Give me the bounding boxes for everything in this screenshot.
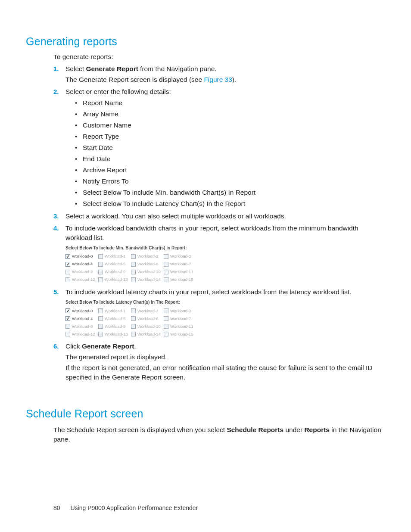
checkbox-icon[interactable] [98, 277, 103, 282]
workload-option[interactable]: Workload-1 [98, 307, 131, 314]
workload-label: Workload-14 [137, 331, 161, 337]
workload-label: Workload-15 [170, 277, 193, 282]
workload-option[interactable]: Workload-15 [164, 276, 196, 283]
workload-option[interactable]: Workload-2 [131, 252, 164, 260]
workload-option[interactable]: Workload-9 [98, 322, 131, 330]
workload-option[interactable]: Workload-11 [164, 268, 196, 276]
step-line: To include workload bandwidth charts in … [65, 224, 385, 243]
workload-option[interactable]: Workload-13 [98, 330, 131, 338]
workload-row: Workload-0Workload-1Workload-2Workload-3 [65, 252, 385, 260]
workload-option[interactable]: Workload-1 [98, 252, 131, 260]
workload-panel-lat: Select Below To Include Latency Chart(s)… [65, 299, 385, 338]
workload-option[interactable]: Workload-12 [65, 330, 98, 338]
workload-label: Workload-2 [137, 308, 158, 314]
checkbox-icon[interactable] [98, 262, 103, 267]
workload-option[interactable]: Workload-4 [65, 314, 98, 322]
workload-label: Workload-1 [105, 253, 125, 259]
workload-option[interactable]: Workload-5 [98, 260, 131, 268]
checkbox-icon[interactable] [98, 254, 103, 259]
checkbox-icon[interactable] [65, 254, 70, 259]
checkbox-icon[interactable] [164, 324, 168, 329]
checkbox-icon[interactable] [164, 254, 168, 259]
checkbox-icon[interactable] [98, 324, 103, 329]
checkbox-icon[interactable] [131, 308, 136, 313]
bullet-item: Archive Report [75, 165, 385, 175]
workload-option[interactable]: Workload-0 [65, 252, 98, 260]
checkbox-icon[interactable] [65, 324, 70, 329]
checkbox-icon[interactable] [131, 262, 136, 267]
checkbox-icon[interactable] [164, 277, 168, 282]
text: Select or enter the following details: [65, 88, 171, 95]
checkbox-icon[interactable] [164, 308, 168, 313]
footer-title: Using P9000 Application Performance Exte… [70, 504, 198, 511]
bullet-item: End Date [75, 154, 385, 164]
step-body: Select Generate Report from the Navigati… [65, 64, 385, 86]
workload-option[interactable]: Workload-5 [98, 314, 131, 322]
checkbox-icon[interactable] [131, 277, 136, 282]
workload-option[interactable]: Workload-14 [131, 276, 164, 283]
checkbox-icon[interactable] [164, 316, 168, 321]
workload-label: Workload-4 [72, 261, 93, 267]
checkbox-icon[interactable] [65, 308, 70, 313]
workload-option[interactable]: Workload-10 [131, 322, 164, 330]
workload-option[interactable]: Workload-13 [98, 276, 131, 283]
step-item: 2.Select or enter the following details:… [53, 87, 385, 210]
text: The Generate Report screen is displayed … [65, 76, 204, 83]
checkbox-icon[interactable] [131, 324, 136, 329]
checkbox-icon[interactable] [164, 332, 168, 336]
workload-row: Workload-0Workload-1Workload-2Workload-3 [65, 307, 385, 314]
workload-label: Workload-14 [137, 277, 161, 282]
text: Click [65, 342, 82, 350]
workload-option[interactable]: Workload-6 [131, 314, 164, 322]
workload-option[interactable]: Workload-12 [65, 276, 98, 283]
checkbox-icon[interactable] [65, 270, 70, 274]
checkbox-icon[interactable] [65, 332, 70, 336]
step-line: Select Generate Report from the Navigati… [65, 64, 385, 74]
checkbox-icon[interactable] [131, 270, 136, 274]
workload-option[interactable]: Workload-2 [131, 307, 164, 314]
workload-option[interactable]: Workload-0 [65, 307, 98, 314]
page-number: 80 [53, 504, 60, 511]
workload-label: Workload-11 [170, 324, 193, 329]
text: To include workload latency charts in yo… [65, 288, 351, 296]
workload-label: Workload-8 [72, 324, 93, 329]
workload-label: Workload-10 [137, 269, 161, 274]
checkbox-icon[interactable] [98, 332, 103, 336]
checkbox-icon[interactable] [98, 316, 103, 321]
figure-link[interactable]: Figure 33 [204, 76, 232, 83]
bullet-item: Select Below To Include Latency Chart(s)… [75, 199, 385, 208]
workload-option[interactable]: Workload-8 [65, 322, 98, 330]
workload-option[interactable]: Workload-7 [164, 260, 196, 268]
workload-option[interactable]: Workload-9 [98, 268, 131, 276]
workload-row: Workload-8Workload-9Workload-10Workload-… [65, 322, 385, 330]
workload-option[interactable]: Workload-15 [164, 330, 196, 338]
text: The Schedule Report screen is displayed … [53, 426, 227, 433]
checkbox-icon[interactable] [164, 262, 168, 267]
workload-option[interactable]: Workload-7 [164, 314, 196, 322]
checkbox-icon[interactable] [164, 270, 168, 274]
workload-label: Workload-4 [72, 316, 93, 321]
checkbox-icon[interactable] [65, 277, 70, 282]
workload-option[interactable]: Workload-3 [164, 252, 196, 260]
checkbox-icon[interactable] [98, 270, 103, 274]
step-item: 1.Select Generate Report from the Naviga… [53, 64, 385, 86]
text: ). [232, 76, 236, 83]
checkbox-icon[interactable] [98, 308, 103, 313]
step-body: To include workload latency charts in yo… [65, 287, 385, 340]
step-item: 6.Click Generate Report.The generated re… [53, 342, 385, 383]
bullet-item: Report Name [75, 98, 385, 108]
checkbox-icon[interactable] [131, 332, 136, 336]
checkbox-icon[interactable] [65, 262, 70, 267]
workload-option[interactable]: Workload-8 [65, 268, 98, 276]
checkbox-icon[interactable] [131, 254, 136, 259]
workload-option[interactable]: Workload-10 [131, 268, 164, 276]
workload-option[interactable]: Workload-4 [65, 260, 98, 268]
workload-option[interactable]: Workload-11 [164, 322, 196, 330]
checkbox-icon[interactable] [131, 316, 136, 321]
workload-option[interactable]: Workload-6 [131, 260, 164, 268]
checkbox-icon[interactable] [65, 316, 70, 321]
bold-text: Reports [304, 426, 330, 433]
workload-option[interactable]: Workload-14 [131, 330, 164, 338]
step-number: 5. [53, 287, 65, 296]
workload-option[interactable]: Workload-3 [164, 307, 196, 314]
